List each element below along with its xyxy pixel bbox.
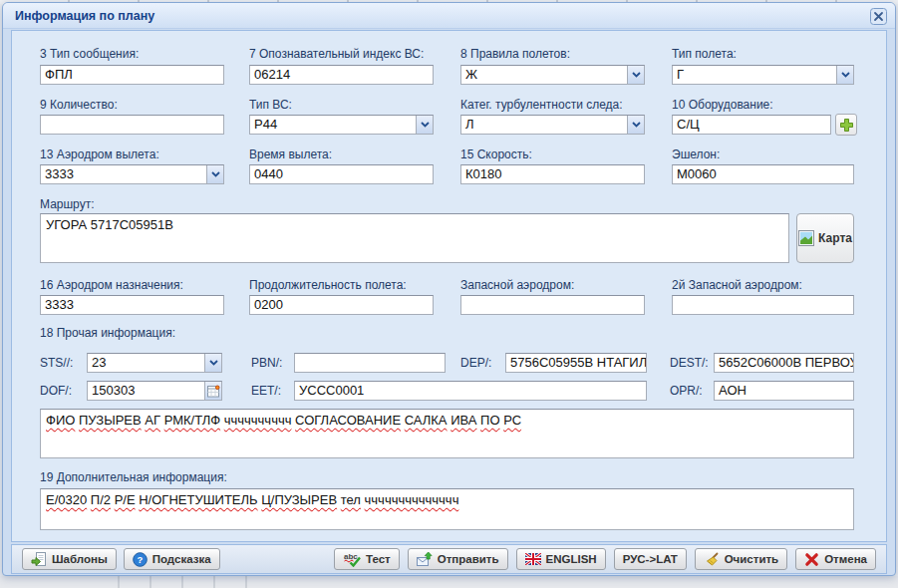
destination-aerodrome-label: 16 Аэродром назначения:: [40, 278, 183, 292]
send-button[interactable]: Отправить: [408, 548, 508, 570]
equipment-label: 10 Оборудование:: [672, 98, 773, 112]
cancel-button[interactable]: Отмена: [795, 548, 876, 570]
abc-check-icon: abc: [343, 551, 361, 567]
departure-aerodrome-label: 13 Аэродром вылета:: [40, 147, 159, 161]
duration-label: Продолжительность полета:: [249, 278, 407, 292]
departure-time-input[interactable]: 0440: [249, 164, 434, 184]
close-button[interactable]: [870, 8, 887, 25]
duration-value: 0200: [254, 297, 283, 312]
equipment-input[interactable]: С/Ц: [672, 115, 831, 135]
chevron-down-icon[interactable]: [836, 66, 853, 84]
green-plus-icon: [839, 118, 854, 133]
chevron-down-icon[interactable]: [204, 354, 221, 372]
close-icon: [870, 8, 887, 25]
aircraft-type-value: Р44: [254, 117, 277, 132]
test-button-label: Тест: [366, 553, 391, 565]
chevron-down-icon[interactable]: [206, 165, 223, 183]
opr-value: АОН: [719, 383, 747, 398]
sts-value: 23: [92, 355, 106, 370]
english-button-label: ENGLISH: [546, 553, 597, 565]
flight-plan-dialog: Информация по плану 3 Тип сообщения: ФПЛ…: [2, 2, 896, 576]
alternate-aerodrome-label: Запасной аэродром:: [460, 278, 574, 292]
departure-time-label: Время вылета:: [249, 147, 332, 161]
rus-to-lat-button[interactable]: РУС->LAT: [614, 548, 687, 570]
destination-aerodrome-value: 3333: [45, 297, 74, 312]
map-image-icon: [798, 230, 814, 246]
map-button[interactable]: Карта: [796, 213, 854, 263]
red-x-icon: [804, 552, 819, 567]
duration-input[interactable]: 0200: [249, 295, 434, 315]
hint-button[interactable]: ? Подсказка: [124, 548, 220, 570]
turbulence-label: Катег. турбулентности следа:: [460, 98, 623, 112]
send-button-label: Отправить: [438, 553, 499, 565]
speed-input[interactable]: К0180: [460, 164, 645, 184]
departure-aerodrome-value: 3333: [45, 166, 74, 181]
eet-label: EET/:: [251, 384, 281, 398]
question-circle-icon: ?: [133, 552, 148, 567]
page-arrow-icon: [31, 551, 47, 567]
aircraft-type-label: Тип ВС:: [249, 98, 292, 112]
flight-level-label: Эшелон:: [672, 147, 720, 161]
flight-level-input[interactable]: М0060: [672, 164, 854, 184]
form-panel: 3 Тип сообщения: ФПЛ 7 Опознавательный и…: [11, 30, 887, 542]
quantity-label: 9 Количество:: [40, 98, 118, 112]
msg-type-value: ФПЛ: [45, 67, 73, 82]
dest-input[interactable]: 5652С06000В ПЕРВОУР: [714, 353, 854, 373]
aircraft-id-input[interactable]: 06214: [249, 65, 434, 85]
speed-value: К0180: [465, 166, 502, 181]
background-columns-bottom: [88, 576, 247, 588]
sts-select[interactable]: 23: [87, 353, 222, 373]
chevron-down-icon[interactable]: [627, 116, 644, 134]
flight-rules-value: Ж: [465, 67, 477, 82]
flight-type-select[interactable]: Г: [672, 65, 854, 85]
templates-button[interactable]: Шаблоны: [22, 548, 117, 570]
flight-rules-select[interactable]: Ж: [460, 65, 645, 85]
footer-toolbar: Шаблоны ? Подсказка abc Тест Отправить: [11, 544, 887, 574]
aircraft-id-label: 7 Опознавательный индекс ВС:: [249, 47, 424, 61]
quantity-input[interactable]: [40, 115, 224, 135]
msg-type-input[interactable]: ФПЛ: [40, 65, 224, 85]
dof-label: DOF/:: [40, 384, 72, 398]
dof-date-input[interactable]: 150303: [87, 381, 222, 401]
other-info-textarea[interactable]: ФИО ПУЗЫРЕВ АГ РМК/ТЛФ чччччччччч СОГЛАС…: [40, 409, 854, 458]
uk-flag-icon: [525, 553, 541, 565]
background-strip-bottom: [0, 576, 898, 588]
turbulence-select[interactable]: Л: [460, 115, 645, 135]
alternate-aerodrome-input[interactable]: [460, 295, 645, 315]
route-textarea[interactable]: УГОРА 5717С05951В: [40, 213, 789, 263]
dest-label: DEST/:: [670, 356, 709, 370]
dep-value: 5756С05955В НТАГИЛ: [510, 355, 647, 370]
departure-aerodrome-select[interactable]: 3333: [40, 164, 224, 184]
add-equipment-button[interactable]: [835, 114, 857, 136]
route-label: Маршрут:: [40, 197, 94, 211]
turbulence-value: Л: [465, 117, 474, 132]
route-value: УГОРА 5717С05951В: [46, 217, 173, 232]
additional-info-textarea[interactable]: Е/0320 П/2 Р/Е Н/ОГНЕТУШИТЕЛЬ Ц/ПУЗЫРЕВ …: [40, 488, 854, 530]
msg-type-label: 3 Тип сообщения:: [40, 47, 139, 61]
speed-label: 15 Скорость:: [460, 147, 532, 161]
chevron-down-icon[interactable]: [416, 116, 433, 134]
additional-info-label: 19 Дополнительная информация:: [40, 470, 227, 484]
calendar-icon[interactable]: [204, 382, 221, 400]
second-alternate-aerodrome-label: 2й Запасной аэродром:: [672, 278, 802, 292]
eet-input[interactable]: УССС0001: [294, 381, 647, 401]
test-button[interactable]: abc Тест: [334, 548, 400, 570]
destination-aerodrome-input[interactable]: 3333: [40, 295, 224, 315]
dialog-titlebar[interactable]: Информация по плану: [3, 3, 895, 29]
equipment-value: С/Ц: [677, 117, 700, 132]
english-button[interactable]: ENGLISH: [516, 548, 606, 570]
clear-button[interactable]: Очистить: [695, 548, 788, 570]
opr-label: OPR/:: [670, 384, 703, 398]
other-info-section-label: 18 Прочая информация:: [40, 326, 175, 340]
flight-rules-label: 8 Правила полетов:: [460, 47, 570, 61]
aircraft-type-select[interactable]: Р44: [249, 115, 434, 135]
pbn-input[interactable]: [294, 353, 446, 373]
eet-value: УССС0001: [299, 383, 364, 398]
opr-input[interactable]: АОН: [714, 381, 854, 401]
chevron-down-icon[interactable]: [627, 66, 644, 84]
dep-input[interactable]: 5756С05955В НТАГИЛ: [505, 353, 647, 373]
templates-button-label: Шаблоны: [52, 553, 108, 565]
aircraft-id-value: 06214: [254, 67, 290, 82]
dof-value: 150303: [92, 383, 135, 398]
second-alternate-aerodrome-input[interactable]: [672, 295, 854, 315]
